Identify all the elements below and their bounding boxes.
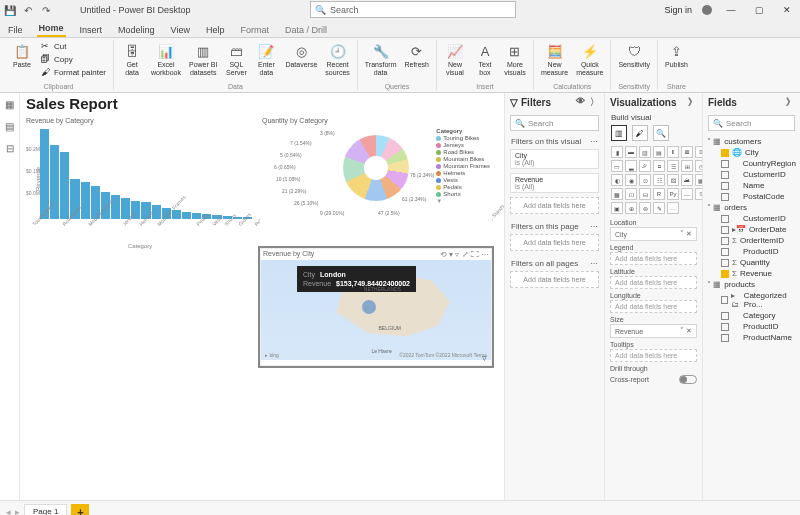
viz-type-32[interactable]: …: [667, 202, 679, 214]
viz-type-30[interactable]: ⊚: [639, 202, 651, 214]
viz-type-1[interactable]: ▬: [625, 146, 637, 158]
more-icon[interactable]: ⋯: [590, 259, 598, 268]
well-longitude[interactable]: Add data fields here: [610, 300, 697, 313]
viz-type-4[interactable]: ⫿: [667, 146, 679, 158]
report-view-icon[interactable]: ▦: [3, 97, 17, 111]
map-visual[interactable]: Revenue by City⟲ ▾ ▿ ⤢ ⛶ ⋯ CityLondon Re…: [260, 248, 492, 366]
filters-search[interactable]: 🔍Search: [510, 115, 599, 131]
get-data-button[interactable]: 🗄Get data: [119, 40, 145, 78]
viz-type-10[interactable]: ⩍: [653, 160, 665, 172]
viz-type-19[interactable]: ⛰: [681, 174, 693, 186]
analytics-tab-icon[interactable]: 🔍: [653, 125, 669, 141]
viz-type-29[interactable]: ⊕: [625, 202, 637, 214]
well-size[interactable]: Revenue˅ ✕: [610, 324, 697, 338]
well-latitude[interactable]: Add data fields here: [610, 276, 697, 289]
filter-card-city[interactable]: Cityis (All): [510, 149, 599, 169]
viz-type-16[interactable]: ⊙: [639, 174, 651, 186]
bar-chart-visual[interactable]: Revenue by Category $0.2M$0.1M$0.0M Reve…: [24, 116, 256, 246]
tab-view[interactable]: View: [169, 23, 192, 37]
field-CustomerID[interactable]: CustomerID: [707, 213, 796, 224]
more-icon[interactable]: ⋯: [590, 137, 598, 146]
dataverse-button[interactable]: ◎Dataverse: [283, 40, 319, 71]
tab-format[interactable]: Format: [238, 23, 271, 37]
format-painter-button[interactable]: 🖌Format painter: [39, 66, 108, 78]
table-orders[interactable]: ˅ ▦orders: [707, 202, 796, 213]
paste-button[interactable]: 📋Paste: [9, 40, 35, 71]
close-button[interactable]: ✕: [778, 5, 796, 15]
redo-icon[interactable]: ↷: [40, 4, 52, 16]
viz-type-15[interactable]: ◉: [625, 174, 637, 186]
cut-button[interactable]: ✂Cut: [39, 40, 108, 52]
title-search[interactable]: 🔍 Search: [310, 1, 516, 18]
viz-type-18[interactable]: ⚄: [667, 174, 679, 186]
viz-type-3[interactable]: ▤: [653, 146, 665, 158]
well-legend[interactable]: Add data fields here: [610, 252, 697, 265]
viz-type-7[interactable]: ▭: [611, 160, 623, 172]
viz-type-8[interactable]: ▂: [625, 160, 637, 172]
add-page-button[interactable]: +: [71, 504, 89, 516]
sign-in-link[interactable]: Sign in: [664, 5, 692, 15]
viz-type-5[interactable]: 〓: [681, 146, 693, 158]
viz-type-9[interactable]: ⫻: [639, 160, 651, 172]
cross-report-toggle[interactable]: [679, 375, 697, 384]
transform-data-button[interactable]: 🔧Transform data: [363, 40, 399, 78]
bar-2[interactable]: [60, 152, 69, 219]
collapse-filters-icon[interactable]: 〉: [590, 96, 599, 109]
field-City[interactable]: 🌐City: [707, 147, 796, 158]
field-PostalCode[interactable]: PostalCode: [707, 191, 796, 202]
viz-type-22[interactable]: ⊡: [625, 188, 637, 200]
more-icon[interactable]: ⋯: [590, 222, 598, 231]
next-page-icon[interactable]: ▸: [15, 507, 20, 516]
tab-file[interactable]: File: [6, 23, 25, 37]
sql-server-button[interactable]: 🗃SQL Server: [223, 40, 249, 78]
field-CustomerID[interactable]: CustomerID: [707, 169, 796, 180]
field-Name[interactable]: Name: [707, 180, 796, 191]
prev-page-icon[interactable]: ◂: [6, 507, 11, 516]
visual-header-icons[interactable]: ⟲ ▾ ▿ ⤢ ⛶ ⋯: [440, 250, 489, 259]
field-Category[interactable]: Category: [707, 310, 796, 321]
tab-modeling[interactable]: Modeling: [116, 23, 157, 37]
text-box-button[interactable]: AText box: [472, 40, 498, 78]
undo-icon[interactable]: ↶: [22, 4, 34, 16]
field-Categorized Pro...[interactable]: ▸🗂Categorized Pro...: [707, 290, 796, 310]
viz-type-12[interactable]: ⊞: [681, 160, 693, 172]
page-tab-1[interactable]: Page 1: [24, 504, 67, 515]
format-tab-icon[interactable]: 🖌: [632, 125, 648, 141]
visual-filter-icon[interactable]: ▿: [482, 353, 487, 363]
well-tooltips[interactable]: Add data fields here: [610, 349, 697, 362]
field-CountryRegion[interactable]: CountryRegion: [707, 158, 796, 169]
field-OrderItemID[interactable]: ΣOrderItemID: [707, 235, 796, 246]
build-tab-icon[interactable]: ▥: [611, 125, 627, 141]
data-view-icon[interactable]: ▤: [3, 119, 17, 133]
filter-card-revenue[interactable]: Revenueis (All): [510, 173, 599, 193]
viz-type-11[interactable]: ☰: [667, 160, 679, 172]
table-customers[interactable]: ˅ ▦customers: [707, 136, 796, 147]
well-location[interactable]: City˅ ✕: [610, 227, 697, 241]
enter-data-button[interactable]: 📝Enter data: [253, 40, 279, 78]
filters-page-drop[interactable]: Add data fields here: [510, 234, 599, 251]
viz-type-0[interactable]: ▮: [611, 146, 623, 158]
sensitivity-button[interactable]: 🛡Sensitivity: [616, 40, 652, 71]
maximize-button[interactable]: ▢: [750, 5, 768, 15]
field-Quantity[interactable]: ΣQuantity: [707, 257, 796, 268]
tab-help[interactable]: Help: [204, 23, 227, 37]
publish-button[interactable]: ⇪Publish: [663, 40, 690, 71]
field-Revenue[interactable]: ΣRevenue: [707, 268, 796, 279]
pbi-datasets-button[interactable]: ▥Power BI datasets: [187, 40, 219, 78]
more-visuals-button[interactable]: ⊞More visuals: [502, 40, 528, 78]
viz-type-25[interactable]: Py: [667, 188, 679, 200]
eye-icon[interactable]: 👁: [576, 96, 585, 109]
viz-type-14[interactable]: ◐: [611, 174, 623, 186]
collapse-fields-icon[interactable]: 》: [786, 96, 795, 109]
new-measure-button[interactable]: 🧮New measure: [539, 40, 570, 78]
tab-data-drill[interactable]: Data / Drill: [283, 23, 329, 37]
viz-type-24[interactable]: R: [653, 188, 665, 200]
excel-button[interactable]: 📊Excel workbook: [149, 40, 183, 78]
filters-all-drop[interactable]: Add data fields here: [510, 271, 599, 288]
minimize-button[interactable]: —: [722, 5, 740, 15]
report-canvas[interactable]: Sales Report Revenue by Category $0.2M$0…: [20, 93, 504, 500]
viz-type-23[interactable]: ⊟: [639, 188, 651, 200]
model-view-icon[interactable]: ⊟: [3, 141, 17, 155]
save-icon[interactable]: 💾: [4, 4, 16, 16]
pie-chart-visual[interactable]: Quantity by Category 3 (8%) 7 (1.54%) 5 …: [260, 116, 492, 246]
